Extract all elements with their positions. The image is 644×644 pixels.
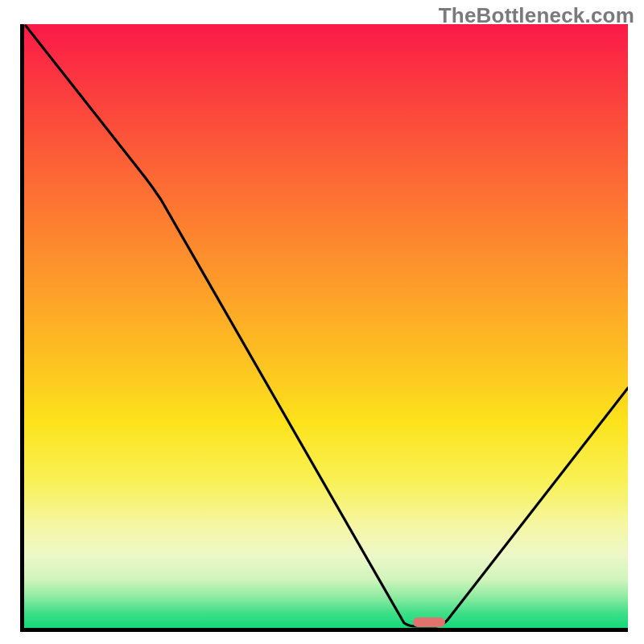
valley-marker xyxy=(413,617,445,627)
curve-path xyxy=(26,26,628,626)
bottleneck-curve xyxy=(24,24,628,628)
plot-area xyxy=(20,24,628,632)
chart-frame: TheBottleneck.com xyxy=(0,0,644,644)
